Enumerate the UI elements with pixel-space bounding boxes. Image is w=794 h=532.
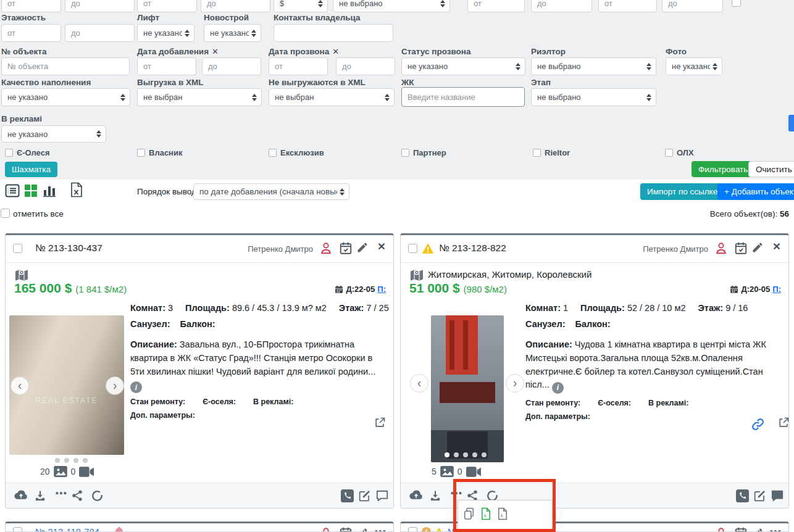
checkbox-box[interactable]	[5, 149, 13, 157]
agent-icon[interactable]	[714, 526, 728, 532]
download-icon[interactable]	[34, 489, 47, 502]
phone-icon[interactable]	[341, 489, 354, 502]
phone-icon[interactable]	[736, 489, 749, 502]
add-object-button[interactable]: + Добавить объект	[717, 183, 794, 200]
map-pin-icon[interactable]	[14, 267, 29, 282]
chain-link-icon[interactable]	[751, 418, 764, 430]
more-actions-icon[interactable]: ⋯	[769, 524, 782, 532]
checkbox-box[interactable]	[269, 149, 277, 157]
newbuild-select[interactable]: не указано	[204, 24, 261, 42]
import-by-link-button[interactable]: Импорт по ссылке	[640, 183, 724, 200]
checkbox-box[interactable]	[533, 149, 541, 157]
floors-to-input[interactable]	[65, 24, 135, 42]
floors-from-input[interactable]	[1, 24, 61, 42]
more-actions-icon[interactable]: ⋯	[374, 524, 387, 532]
lift-select[interactable]: не указано	[137, 24, 194, 42]
price-from-input[interactable]	[1, 0, 61, 12]
call-status-select[interactable]: не указано	[401, 57, 525, 75]
excel-export-icon[interactable]	[70, 182, 83, 197]
download-icon[interactable]	[429, 489, 442, 502]
checkbox-rieltor[interactable]: Rieltor	[533, 148, 570, 157]
calendar-check-icon[interactable]	[339, 241, 353, 255]
agent-icon[interactable]	[319, 526, 333, 532]
comment-icon[interactable]	[771, 489, 784, 502]
share-icon[interactable]	[71, 489, 84, 502]
rooms-to-input[interactable]	[531, 0, 592, 12]
select-all-checkbox[interactable]	[1, 209, 10, 218]
more-actions-icon[interactable]: ⋯	[450, 486, 463, 501]
close-icon[interactable]: ×	[378, 239, 385, 253]
call-link[interactable]: П:	[772, 285, 781, 294]
checkbox-box[interactable]	[137, 149, 145, 157]
note-edit-icon[interactable]	[753, 489, 766, 502]
in-ads-select[interactable]: не указано	[1, 125, 106, 143]
clear-button[interactable]: Очистить	[748, 161, 794, 177]
grid-view-icon[interactable]	[25, 185, 37, 197]
checkbox-box[interactable]	[401, 149, 409, 157]
complex-input[interactable]	[401, 87, 525, 107]
list-view-icon[interactable]	[5, 183, 20, 198]
photo-prev-button[interactable]: ‹	[10, 376, 29, 395]
checkbox-exclusive[interactable]: Ексклюзив	[269, 148, 324, 157]
card-checkbox[interactable]	[13, 244, 22, 253]
status-select[interactable]: не выбрано	[333, 0, 450, 12]
calendar-check-icon[interactable]	[734, 241, 748, 255]
checkbox-partner[interactable]: Партнер	[401, 148, 446, 157]
edit-pencil-icon[interactable]	[356, 527, 370, 532]
calendar-check-icon[interactable]	[339, 526, 353, 532]
external-link-icon[interactable]	[777, 417, 790, 429]
card-id[interactable]: № 213-118-784	[35, 526, 99, 532]
filter-button[interactable]: Фильтровать	[692, 161, 754, 177]
checkbox-e-olesya[interactable]: Є-Олеся	[5, 148, 49, 157]
map-pin-icon[interactable]	[409, 267, 424, 282]
clear-date-added-icon[interactable]: ✕	[212, 47, 219, 56]
floor-from-input[interactable]	[598, 0, 657, 12]
external-link-icon[interactable]	[374, 417, 386, 429]
photo-next-button[interactable]: ›	[506, 374, 524, 393]
edit-pencil-icon[interactable]	[356, 241, 370, 255]
card-checkbox[interactable]	[408, 527, 417, 532]
rooms-from-input[interactable]	[467, 0, 525, 12]
pdf-export-gray-icon[interactable]: λ	[498, 507, 508, 523]
checkbox-vlasnyk[interactable]: Власник	[137, 148, 182, 157]
photo-select[interactable]: не указано	[666, 57, 722, 75]
note-edit-icon[interactable]	[358, 489, 371, 502]
refresh-icon[interactable]	[91, 489, 104, 502]
copy-icon[interactable]	[464, 507, 474, 523]
cloud-upload-icon[interactable]	[14, 489, 27, 502]
area-to-input[interactable]	[201, 0, 270, 12]
close-icon[interactable]: ×	[773, 239, 780, 253]
cloud-upload-icon[interactable]	[409, 489, 422, 502]
more-actions-icon[interactable]: ⋯	[55, 486, 68, 501]
checkbox-box[interactable]	[665, 149, 673, 157]
card-checkbox[interactable]	[408, 244, 417, 253]
top-right-checkbox[interactable]	[732, 0, 741, 7]
call-link[interactable]: П:	[377, 285, 386, 294]
quality-select[interactable]: не указано	[1, 88, 130, 106]
stage-select[interactable]: не выбрано	[531, 88, 656, 106]
photo-dots[interactable]	[55, 458, 88, 463]
area-from-input[interactable]	[137, 0, 197, 12]
agent-icon[interactable]	[319, 241, 333, 255]
date-call-from-input[interactable]	[269, 57, 328, 75]
date-added-from-input[interactable]	[137, 57, 196, 75]
realtor-select[interactable]: не выбрано	[531, 57, 656, 75]
edit-pencil-icon[interactable]	[751, 527, 765, 532]
calendar-check-icon[interactable]	[734, 526, 748, 532]
xml-not-upload-select[interactable]: не выбран	[269, 88, 395, 106]
photo-next-button[interactable]: ›	[106, 376, 124, 395]
photo-prev-button[interactable]: ‹	[410, 374, 428, 393]
date-added-to-input[interactable]	[202, 57, 261, 75]
xml-upload-select[interactable]: не выбран	[137, 88, 262, 106]
chess-button[interactable]: Шахматка	[5, 162, 57, 177]
edit-pencil-icon[interactable]	[751, 241, 765, 255]
date-call-to-input[interactable]	[336, 57, 395, 75]
object-id-input[interactable]	[1, 57, 130, 75]
listing-photo[interactable]	[431, 315, 504, 462]
clear-date-call-icon[interactable]: ✕	[332, 47, 339, 56]
pdf-export-green-icon[interactable]: λ	[481, 507, 491, 523]
price-to-input[interactable]	[65, 0, 135, 12]
checkbox-olx[interactable]: ОЛХ	[665, 148, 694, 157]
chart-view-icon[interactable]	[42, 183, 57, 198]
card-checkbox[interactable]	[13, 527, 22, 532]
